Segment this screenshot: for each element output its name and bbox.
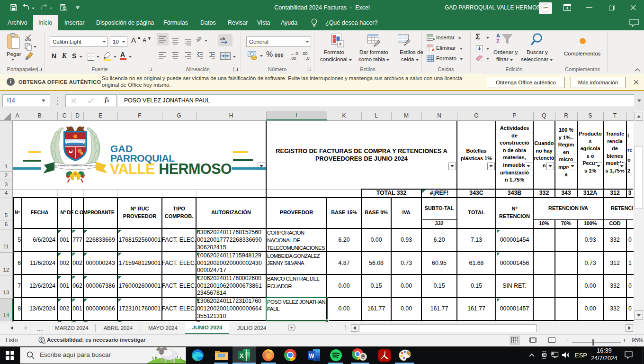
svg-text:W: W (309, 353, 314, 359)
svg-text:X: X (240, 352, 244, 359)
svg-text:VALLE HERMOSO TURISTICO Y PROD: VALLE HERMOSO TURISTICO Y PRODUCTIVO (53, 164, 98, 167)
